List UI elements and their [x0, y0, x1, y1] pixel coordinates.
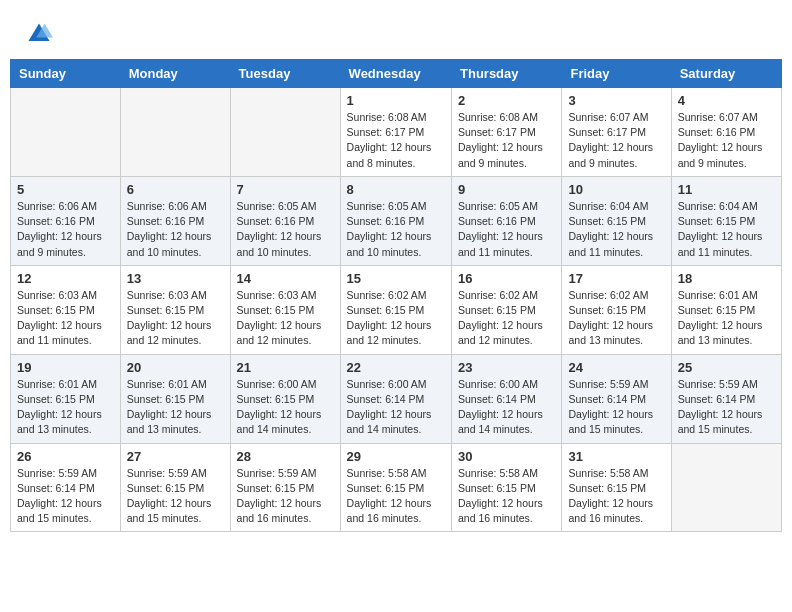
day-number: 21	[237, 360, 334, 375]
day-number: 17	[568, 271, 664, 286]
day-number: 30	[458, 449, 555, 464]
day-number: 2	[458, 93, 555, 108]
calendar-header-row: SundayMondayTuesdayWednesdayThursdayFrid…	[11, 60, 782, 88]
day-of-week-header: Wednesday	[340, 60, 451, 88]
calendar-cell: 9Sunrise: 6:05 AMSunset: 6:16 PMDaylight…	[452, 176, 562, 265]
day-info: Sunrise: 5:58 AMSunset: 6:15 PMDaylight:…	[568, 466, 664, 527]
day-number: 8	[347, 182, 445, 197]
day-of-week-header: Monday	[120, 60, 230, 88]
day-info: Sunrise: 6:02 AMSunset: 6:15 PMDaylight:…	[568, 288, 664, 349]
calendar-cell: 11Sunrise: 6:04 AMSunset: 6:15 PMDayligh…	[671, 176, 781, 265]
calendar-week-row: 1Sunrise: 6:08 AMSunset: 6:17 PMDaylight…	[11, 88, 782, 177]
day-number: 22	[347, 360, 445, 375]
day-number: 3	[568, 93, 664, 108]
calendar-cell: 5Sunrise: 6:06 AMSunset: 6:16 PMDaylight…	[11, 176, 121, 265]
day-number: 25	[678, 360, 775, 375]
day-number: 29	[347, 449, 445, 464]
day-info: Sunrise: 6:07 AMSunset: 6:17 PMDaylight:…	[568, 110, 664, 171]
calendar-cell: 30Sunrise: 5:58 AMSunset: 6:15 PMDayligh…	[452, 443, 562, 532]
day-of-week-header: Tuesday	[230, 60, 340, 88]
calendar-cell: 26Sunrise: 5:59 AMSunset: 6:14 PMDayligh…	[11, 443, 121, 532]
day-number: 10	[568, 182, 664, 197]
day-info: Sunrise: 5:59 AMSunset: 6:14 PMDaylight:…	[568, 377, 664, 438]
day-info: Sunrise: 6:08 AMSunset: 6:17 PMDaylight:…	[347, 110, 445, 171]
calendar-week-row: 26Sunrise: 5:59 AMSunset: 6:14 PMDayligh…	[11, 443, 782, 532]
day-number: 26	[17, 449, 114, 464]
calendar-cell: 7Sunrise: 6:05 AMSunset: 6:16 PMDaylight…	[230, 176, 340, 265]
calendar-cell: 4Sunrise: 6:07 AMSunset: 6:16 PMDaylight…	[671, 88, 781, 177]
day-number: 16	[458, 271, 555, 286]
day-info: Sunrise: 5:58 AMSunset: 6:15 PMDaylight:…	[458, 466, 555, 527]
day-number: 7	[237, 182, 334, 197]
calendar-cell: 16Sunrise: 6:02 AMSunset: 6:15 PMDayligh…	[452, 265, 562, 354]
calendar-cell	[230, 88, 340, 177]
day-of-week-header: Thursday	[452, 60, 562, 88]
day-info: Sunrise: 6:00 AMSunset: 6:15 PMDaylight:…	[237, 377, 334, 438]
calendar-cell: 17Sunrise: 6:02 AMSunset: 6:15 PMDayligh…	[562, 265, 671, 354]
calendar-cell: 19Sunrise: 6:01 AMSunset: 6:15 PMDayligh…	[11, 354, 121, 443]
day-number: 19	[17, 360, 114, 375]
calendar-cell: 27Sunrise: 5:59 AMSunset: 6:15 PMDayligh…	[120, 443, 230, 532]
calendar-week-row: 5Sunrise: 6:06 AMSunset: 6:16 PMDaylight…	[11, 176, 782, 265]
day-info: Sunrise: 6:05 AMSunset: 6:16 PMDaylight:…	[347, 199, 445, 260]
day-number: 28	[237, 449, 334, 464]
day-info: Sunrise: 6:02 AMSunset: 6:15 PMDaylight:…	[458, 288, 555, 349]
calendar-cell: 3Sunrise: 6:07 AMSunset: 6:17 PMDaylight…	[562, 88, 671, 177]
day-number: 20	[127, 360, 224, 375]
day-number: 23	[458, 360, 555, 375]
logo-icon	[25, 20, 53, 48]
calendar-cell: 14Sunrise: 6:03 AMSunset: 6:15 PMDayligh…	[230, 265, 340, 354]
day-info: Sunrise: 5:59 AMSunset: 6:15 PMDaylight:…	[127, 466, 224, 527]
calendar-cell: 15Sunrise: 6:02 AMSunset: 6:15 PMDayligh…	[340, 265, 451, 354]
logo	[25, 20, 61, 48]
day-info: Sunrise: 6:02 AMSunset: 6:15 PMDaylight:…	[347, 288, 445, 349]
calendar-cell: 8Sunrise: 6:05 AMSunset: 6:16 PMDaylight…	[340, 176, 451, 265]
calendar-cell	[11, 88, 121, 177]
day-info: Sunrise: 6:05 AMSunset: 6:16 PMDaylight:…	[237, 199, 334, 260]
day-number: 27	[127, 449, 224, 464]
calendar-cell: 31Sunrise: 5:58 AMSunset: 6:15 PMDayligh…	[562, 443, 671, 532]
calendar-cell: 6Sunrise: 6:06 AMSunset: 6:16 PMDaylight…	[120, 176, 230, 265]
day-number: 14	[237, 271, 334, 286]
calendar-cell: 28Sunrise: 5:59 AMSunset: 6:15 PMDayligh…	[230, 443, 340, 532]
day-info: Sunrise: 6:01 AMSunset: 6:15 PMDaylight:…	[127, 377, 224, 438]
page-header	[10, 10, 782, 53]
calendar-cell: 23Sunrise: 6:00 AMSunset: 6:14 PMDayligh…	[452, 354, 562, 443]
day-info: Sunrise: 6:00 AMSunset: 6:14 PMDaylight:…	[347, 377, 445, 438]
day-info: Sunrise: 6:07 AMSunset: 6:16 PMDaylight:…	[678, 110, 775, 171]
day-number: 24	[568, 360, 664, 375]
day-info: Sunrise: 5:58 AMSunset: 6:15 PMDaylight:…	[347, 466, 445, 527]
day-info: Sunrise: 6:00 AMSunset: 6:14 PMDaylight:…	[458, 377, 555, 438]
day-number: 18	[678, 271, 775, 286]
calendar-cell: 24Sunrise: 5:59 AMSunset: 6:14 PMDayligh…	[562, 354, 671, 443]
day-number: 12	[17, 271, 114, 286]
day-info: Sunrise: 6:04 AMSunset: 6:15 PMDaylight:…	[678, 199, 775, 260]
day-info: Sunrise: 6:03 AMSunset: 6:15 PMDaylight:…	[127, 288, 224, 349]
calendar-cell: 25Sunrise: 5:59 AMSunset: 6:14 PMDayligh…	[671, 354, 781, 443]
day-info: Sunrise: 5:59 AMSunset: 6:15 PMDaylight:…	[237, 466, 334, 527]
calendar-cell	[671, 443, 781, 532]
day-number: 1	[347, 93, 445, 108]
calendar-cell: 18Sunrise: 6:01 AMSunset: 6:15 PMDayligh…	[671, 265, 781, 354]
day-number: 13	[127, 271, 224, 286]
calendar-cell: 21Sunrise: 6:00 AMSunset: 6:15 PMDayligh…	[230, 354, 340, 443]
day-info: Sunrise: 6:01 AMSunset: 6:15 PMDaylight:…	[678, 288, 775, 349]
calendar-cell: 29Sunrise: 5:58 AMSunset: 6:15 PMDayligh…	[340, 443, 451, 532]
day-number: 11	[678, 182, 775, 197]
day-info: Sunrise: 6:05 AMSunset: 6:16 PMDaylight:…	[458, 199, 555, 260]
day-info: Sunrise: 6:06 AMSunset: 6:16 PMDaylight:…	[17, 199, 114, 260]
day-info: Sunrise: 5:59 AMSunset: 6:14 PMDaylight:…	[678, 377, 775, 438]
calendar-cell: 22Sunrise: 6:00 AMSunset: 6:14 PMDayligh…	[340, 354, 451, 443]
day-number: 5	[17, 182, 114, 197]
day-info: Sunrise: 6:04 AMSunset: 6:15 PMDaylight:…	[568, 199, 664, 260]
calendar-cell: 12Sunrise: 6:03 AMSunset: 6:15 PMDayligh…	[11, 265, 121, 354]
calendar-cell: 2Sunrise: 6:08 AMSunset: 6:17 PMDaylight…	[452, 88, 562, 177]
day-number: 9	[458, 182, 555, 197]
day-info: Sunrise: 6:08 AMSunset: 6:17 PMDaylight:…	[458, 110, 555, 171]
calendar-cell: 20Sunrise: 6:01 AMSunset: 6:15 PMDayligh…	[120, 354, 230, 443]
calendar-week-row: 12Sunrise: 6:03 AMSunset: 6:15 PMDayligh…	[11, 265, 782, 354]
day-number: 6	[127, 182, 224, 197]
day-info: Sunrise: 5:59 AMSunset: 6:14 PMDaylight:…	[17, 466, 114, 527]
day-info: Sunrise: 6:01 AMSunset: 6:15 PMDaylight:…	[17, 377, 114, 438]
day-of-week-header: Sunday	[11, 60, 121, 88]
